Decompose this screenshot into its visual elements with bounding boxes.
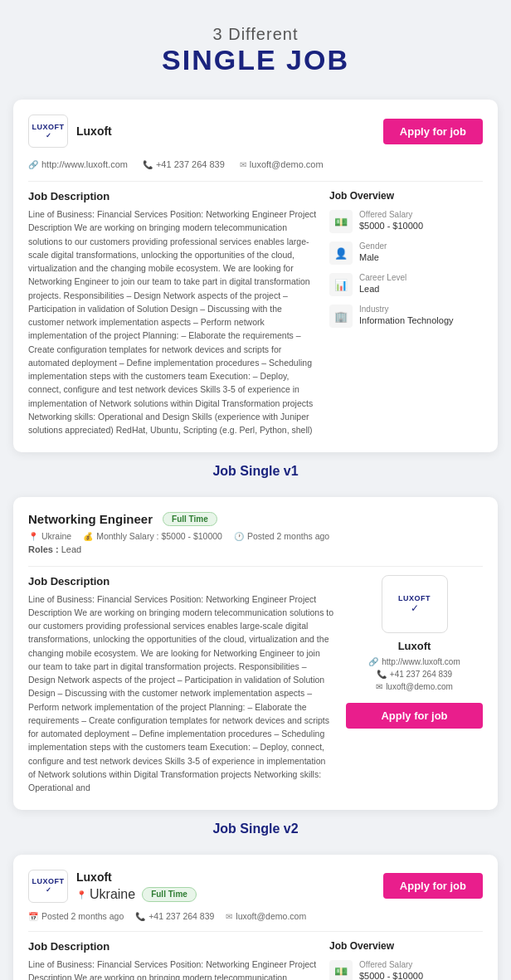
overview-salary-v1: 💵 Offered Salary $5000 - $10000 <box>329 210 483 233</box>
phone-icon-v2 <box>377 670 387 679</box>
industry-icon-v1: 🏢 <box>329 305 353 328</box>
v1-overview-title: Job Overview <box>329 190 483 202</box>
v3-fulltime-badge: Full Time <box>142 887 197 902</box>
job-card-v3: LUXOFT ✓ Luxoft Ukraine Full Time Apply … <box>13 855 498 981</box>
v1-meta-row: http://www.luxoft.com +41 237 264 839 lu… <box>28 159 483 169</box>
v1-website: http://www.luxoft.com <box>28 159 128 169</box>
v3-desc-title: Job Description <box>28 940 318 953</box>
v1-body: Job Description Line of Business: Financ… <box>28 190 483 437</box>
v1-logo-row: LUXOFT ✓ Luxoft <box>28 115 112 148</box>
v3-overview-title: Job Overview <box>329 940 483 952</box>
v2-email: luxoft@demo.com <box>376 682 453 691</box>
v3-description: Job Description Line of Business: Financ… <box>28 940 318 981</box>
v2-body: Job Description Line of Business: Financ… <box>28 575 483 795</box>
company-logo-v1: LUXOFT ✓ <box>28 115 68 148</box>
career-icon-v1: 📊 <box>329 273 353 296</box>
mail-icon-v1 <box>240 159 246 169</box>
overview-salary-v3: 💵 Offered Salary $5000 - $10000 <box>329 960 483 981</box>
salary-icon-v3: 💵 <box>329 960 353 981</box>
mail-icon-v2 <box>376 682 382 691</box>
phone-icon-v3 <box>135 911 145 921</box>
job-card-v2: Networking Engineer Full Time Ukraine Mo… <box>13 497 498 810</box>
v2-salary: Monthly Salary : $5000 - $10000 <box>83 531 222 541</box>
job-card-v1: LUXOFT ✓ Luxoft Apply for job http://www… <box>13 100 498 452</box>
v3-overview: Job Overview 💵 Offered Salary $5000 - $1… <box>329 940 483 981</box>
link-icon-v2 <box>368 657 378 666</box>
v1-overview: Job Overview 💵 Offered Salary $5000 - $1… <box>329 190 483 437</box>
v2-fulltime-badge: Full Time <box>163 512 217 526</box>
v2-phone: +41 237 264 839 <box>377 670 452 679</box>
v3-phone: +41 237 264 839 <box>135 911 214 921</box>
v3-email: luxoft@demo.com <box>226 911 306 921</box>
v1-desc-text: Line of Business: Financial Services Pos… <box>28 207 318 437</box>
page-header: 3 Different SINGLE JOB <box>13 17 498 76</box>
calendar-icon-v3 <box>28 911 38 921</box>
v3-logo-info: LUXOFT ✓ Luxoft Ukraine Full Time <box>28 870 197 903</box>
v3-meta-row: Posted 2 months ago +41 237 264 839 luxo… <box>28 911 483 921</box>
section-label-v2: Job Single v2 <box>13 822 498 836</box>
link-icon-v1 <box>28 159 38 169</box>
header-title: SINGLE JOB <box>13 44 498 76</box>
v3-posted: Posted 2 months ago <box>28 911 124 921</box>
v2-desc-title: Job Description <box>28 575 334 588</box>
section-label-v1: Job Single v1 <box>13 464 498 479</box>
apply-button-v3[interactable]: Apply for job <box>383 873 483 899</box>
company-name-v1: Luxoft <box>76 124 112 138</box>
pin-icon-v3 <box>76 890 86 900</box>
overview-gender-v1: 👤 Gender Male <box>329 241 483 265</box>
apply-button-v1[interactable]: Apply for job <box>383 119 483 144</box>
v2-meta-row: Ukraine Monthly Salary : $5000 - $10000 … <box>28 531 483 541</box>
v3-tags: Ukraine Full Time <box>76 887 197 902</box>
money-icon-v2 <box>83 531 93 541</box>
overview-industry-v1: 🏢 Industry Information Technology <box>329 305 483 328</box>
v1-email: luxoft@demo.com <box>240 159 324 169</box>
v2-location: Ukraine <box>28 531 71 541</box>
v2-website: http://www.luxoft.com <box>368 657 460 666</box>
phone-icon-v1 <box>143 159 153 169</box>
v3-company-name: Luxoft <box>76 870 197 884</box>
overview-career-v1: 📊 Career Level Lead <box>329 273 483 296</box>
v1-description: Job Description Line of Business: Financ… <box>28 190 318 437</box>
clock-icon-v2 <box>234 531 244 541</box>
v3-desc-text: Line of Business: Financial Services Pos… <box>28 958 318 981</box>
v1-phone: +41 237 264 839 <box>143 159 225 169</box>
header-subtitle: 3 Different <box>13 25 498 44</box>
v2-desc-text: Line of Business: Financial Services Pos… <box>28 592 334 795</box>
v2-posted: Posted 2 months ago <box>234 531 329 541</box>
v2-top-row: Networking Engineer Full Time <box>28 512 483 526</box>
v2-job-title: Networking Engineer <box>28 512 153 526</box>
v3-location-tag: Ukraine <box>76 887 135 902</box>
salary-icon-v1: 💵 <box>329 210 353 233</box>
v2-sidebar: LUXOFT ✓ Luxoft http://www.luxoft.com +4… <box>346 575 483 795</box>
v3-top-row: LUXOFT ✓ Luxoft Ukraine Full Time Apply … <box>28 870 483 903</box>
pin-icon-v2 <box>28 531 38 541</box>
company-logo-v3: LUXOFT ✓ <box>28 870 68 903</box>
v2-roles: Roles : Lead <box>28 544 483 554</box>
v2-description: Job Description Line of Business: Financ… <box>28 575 334 795</box>
divider-v1 <box>28 181 483 182</box>
v1-top-row: LUXOFT ✓ Luxoft Apply for job <box>28 115 483 148</box>
company-logo-v2: LUXOFT ✓ <box>382 575 448 633</box>
v3-body: Job Description Line of Business: Financ… <box>28 940 483 981</box>
mail-icon-v3 <box>226 911 232 921</box>
gender-icon-v1: 👤 <box>329 241 353 265</box>
v2-company-name: Luxoft <box>398 640 431 652</box>
divider-v3 <box>28 931 483 932</box>
divider-v2 <box>28 566 483 567</box>
v1-desc-title: Job Description <box>28 190 318 202</box>
apply-button-v2[interactable]: Apply for job <box>346 703 483 729</box>
